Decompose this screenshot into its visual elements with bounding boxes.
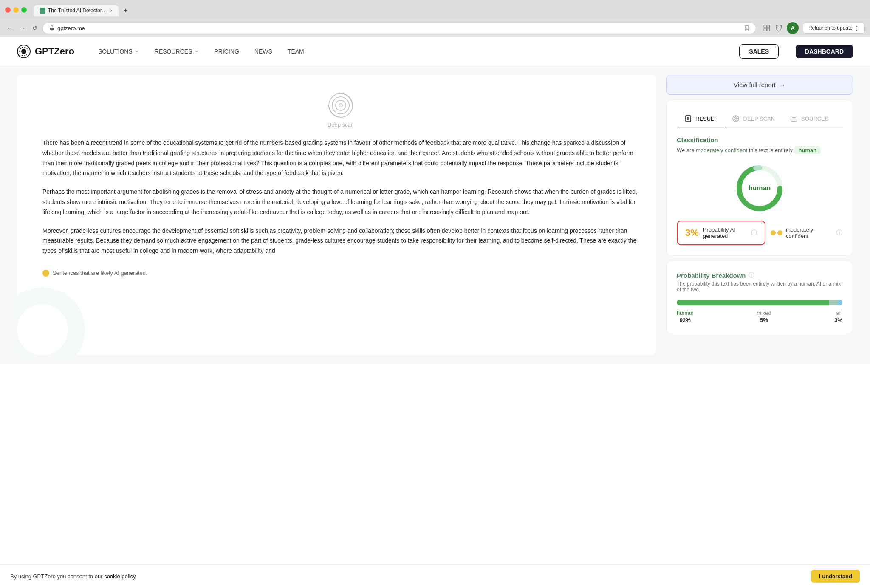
title-bar: The Trusted AI Detector for C × + xyxy=(0,0,870,20)
probability-row: 3% Probability AI generated ⓘ moderately… xyxy=(677,220,842,245)
classification-desc: We are moderately confident this text is… xyxy=(677,146,842,154)
logo[interactable]: GPTZero xyxy=(17,45,74,58)
confident-link[interactable]: confident xyxy=(725,147,747,153)
forward-button[interactable]: → xyxy=(18,24,27,32)
confidence-dots xyxy=(771,230,782,235)
conf-dot-2 xyxy=(777,230,782,235)
back-button[interactable]: ← xyxy=(5,24,14,32)
nav-news[interactable]: NEWS xyxy=(248,45,279,58)
confidence-info-icon[interactable]: ⓘ xyxy=(836,229,842,237)
bar-ai xyxy=(837,300,842,305)
maximize-traffic-light[interactable] xyxy=(21,7,27,13)
close-traffic-light[interactable] xyxy=(5,7,11,13)
document-panel: Deep scan There has been a recent trend … xyxy=(17,75,656,355)
chevron-down-icon-resources xyxy=(194,49,199,54)
donut-label: human xyxy=(749,184,771,192)
ai-sentence-footer: Sentences that are likely AI generated. xyxy=(42,265,639,277)
svg-point-6 xyxy=(21,49,26,54)
minimize-traffic-light[interactable] xyxy=(13,7,19,13)
ai-probability-label: Probability AI generated xyxy=(703,226,747,239)
document-icon xyxy=(684,115,692,122)
ai-probability-info-icon[interactable]: ⓘ xyxy=(751,229,757,237)
result-card: RESULT DEEP SCAN xyxy=(666,100,853,256)
nav-pricing[interactable]: PRICING xyxy=(208,45,246,58)
view-full-report-button[interactable]: View full report → xyxy=(666,75,853,95)
bar-label-human: human 92% xyxy=(677,310,694,323)
user-avatar[interactable]: A xyxy=(787,22,799,34)
bar-mixed xyxy=(829,300,838,305)
tab-favicon xyxy=(40,8,45,14)
donut-chart-container: human xyxy=(677,163,842,214)
refresh-button[interactable]: ↺ xyxy=(31,24,39,32)
extensions-icon[interactable] xyxy=(763,24,771,32)
tab-close-button[interactable]: × xyxy=(110,8,113,13)
probability-bar xyxy=(677,300,842,305)
relaunch-button[interactable]: Relaunch to update ⋮ xyxy=(803,23,865,34)
results-panel: View full report → RESULT xyxy=(666,75,853,355)
confidence-text: moderately confident xyxy=(786,226,833,239)
breakdown-title-row: Probability Breakdown ⓘ xyxy=(677,271,842,279)
nav-team[interactable]: TEAM xyxy=(281,45,311,58)
page-content: GPTZero SOLUTIONS RESOURCES PRICING NEWS… xyxy=(0,37,870,574)
cookie-accept-button[interactable]: I understand xyxy=(811,570,860,574)
result-tabs: RESULT DEEP SCAN xyxy=(677,110,842,128)
browser-actions: A Relaunch to update ⋮ xyxy=(763,22,865,34)
bar-labels: human 92% mixed 5% ai 3% xyxy=(677,310,842,323)
sources-icon xyxy=(790,115,798,122)
svg-point-18 xyxy=(735,118,737,119)
dashboard-button[interactable]: DASHBOARD xyxy=(796,45,853,58)
address-bar-icons xyxy=(744,25,750,31)
svg-rect-4 xyxy=(767,28,770,31)
cookie-text: By using GPTZero you consent to our cook… xyxy=(10,573,136,574)
fingerprint-tab-icon xyxy=(732,115,740,122)
svg-point-10 xyxy=(336,100,346,110)
conf-dot-1 xyxy=(771,230,776,235)
breakdown-title: Probability Breakdown xyxy=(677,272,746,279)
url-text: gptzero.me xyxy=(57,25,741,31)
cookie-policy-link[interactable]: cookie policy xyxy=(104,573,136,574)
logo-text: GPTZero xyxy=(35,46,74,57)
tab-result[interactable]: RESULT xyxy=(677,110,724,127)
deep-scan-label: Deep scan xyxy=(328,122,354,128)
bar-label-ai: ai 3% xyxy=(834,310,842,323)
ai-probability-pct: 3% xyxy=(685,227,699,238)
sales-button[interactable]: SALES xyxy=(739,44,779,59)
nav-links: SOLUTIONS RESOURCES PRICING NEWS TEAM xyxy=(91,45,722,58)
nav-resources[interactable]: RESOURCES xyxy=(148,45,206,58)
ai-sentence-dot xyxy=(42,270,49,277)
fingerprint-icon xyxy=(327,92,354,119)
svg-rect-1 xyxy=(764,25,766,28)
breakdown-desc: The probability this text has been entir… xyxy=(677,281,842,293)
nav-solutions[interactable]: SOLUTIONS xyxy=(91,45,146,58)
lock-icon xyxy=(49,25,55,31)
browser-chrome: The Trusted AI Detector for C × + ← → ↺ … xyxy=(0,0,870,37)
traffic-lights xyxy=(5,7,27,13)
gptzero-logo-icon xyxy=(17,45,31,58)
moderately-link[interactable]: moderately xyxy=(696,147,723,153)
classification-title: Classification xyxy=(677,136,842,144)
svg-rect-3 xyxy=(764,28,766,31)
shield-icon[interactable] xyxy=(775,24,782,32)
paragraph-1: There has been a recent trend in some of… xyxy=(42,138,639,178)
deep-scan-badge: Deep scan xyxy=(42,92,639,128)
svg-rect-19 xyxy=(791,116,797,121)
breakdown-card: Probability Breakdown ⓘ The probability … xyxy=(666,261,853,334)
navbar: GPTZero SOLUTIONS RESOURCES PRICING NEWS… xyxy=(0,37,870,66)
document-text: There has been a recent trend in some of… xyxy=(42,138,639,256)
tab-deep-scan[interactable]: DEEP SCAN xyxy=(724,110,782,127)
tab-bar: The Trusted AI Detector for C × + xyxy=(30,3,828,16)
svg-point-16 xyxy=(733,116,739,122)
address-bar-row: ← → ↺ gptzero.me xyxy=(0,20,870,37)
active-tab[interactable]: The Trusted AI Detector for C × xyxy=(34,5,119,16)
tab-sources[interactable]: SOURCES xyxy=(782,110,836,127)
breakdown-info-icon[interactable]: ⓘ xyxy=(749,271,754,279)
bg-decoration xyxy=(17,287,85,355)
chevron-down-icon xyxy=(134,49,139,54)
address-bar[interactable]: gptzero.me xyxy=(42,23,756,34)
paragraph-2: Perhaps the most important argument for … xyxy=(42,187,639,217)
new-tab-button[interactable]: + xyxy=(120,5,131,16)
bookmark-icon[interactable] xyxy=(744,25,750,31)
paragraph-3: Moreover, grade-less cultures encourage … xyxy=(42,226,639,256)
ai-sentence-label: Sentences that are likely AI generated. xyxy=(53,270,147,276)
main-layout: Deep scan There has been a recent trend … xyxy=(0,66,870,364)
